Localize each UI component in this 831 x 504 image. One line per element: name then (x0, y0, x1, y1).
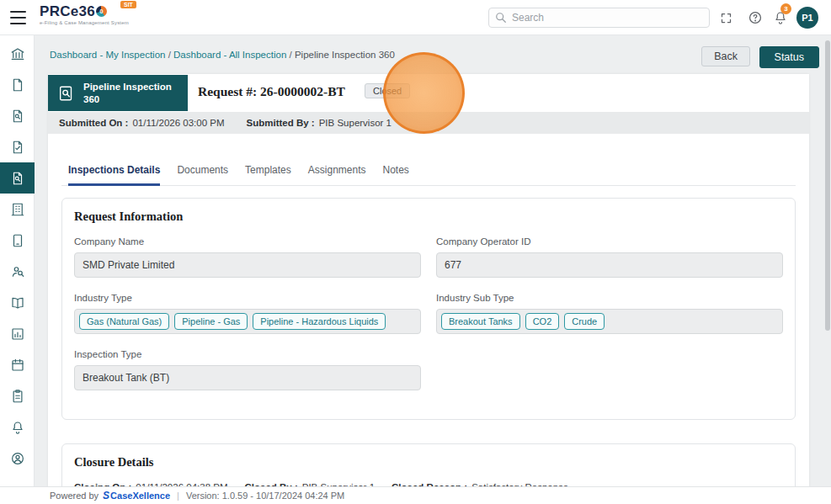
submitted-by-label: Submitted By : (247, 118, 315, 128)
field-industry-type: Industry Type Gas (Natural Gas) Pipeline… (74, 293, 421, 334)
field-company-operator-id: Company Operator ID (436, 236, 783, 278)
casexellence-logo-icon: S (103, 490, 109, 501)
logo-globe-icon: 0 (96, 6, 107, 17)
submitted-on-value: 01/11/2026 03:00 PM (132, 118, 224, 128)
sidebar-item-clipboard[interactable] (0, 380, 35, 411)
document-search-icon (10, 109, 25, 124)
powered-by-label: Powered by (50, 491, 99, 501)
industry-type-chip: Pipeline - Gas (174, 313, 248, 330)
field-inspection-type: Inspection Type (74, 349, 421, 390)
sidebar-item-alerts[interactable] (0, 411, 35, 443)
sidebar-item-pipeline-inspection[interactable] (0, 162, 35, 194)
tab-notes[interactable]: Notes (382, 164, 408, 186)
breadcrumb-row: Dashboard - My Inspection / Dashboard - … (35, 35, 831, 74)
module-badge-line2: 360 (83, 93, 172, 106)
hamburger-menu-icon[interactable] (10, 11, 26, 24)
breadcrumb-separator: / (290, 50, 292, 60)
module-badge: Pipeline Inspection 360 (48, 75, 188, 111)
building-icon (10, 202, 25, 217)
industry-sub-type-chip: Crude (564, 313, 605, 330)
version-text: Version: 1.0.59 - 10/17/2024 04:24 PM (186, 491, 344, 501)
footer: Powered by S CaseXellence | Version: 1.0… (0, 486, 831, 504)
footer-separator: | (177, 491, 179, 501)
sidebar-item-calendar[interactable] (0, 349, 35, 380)
sidebar-item-book[interactable] (0, 287, 35, 318)
sidebar-item-profile[interactable] (0, 443, 35, 474)
module-badge-line1: Pipeline Inspection (83, 81, 172, 93)
submitted-on-label: Submitted On : (59, 118, 128, 128)
logo-text: PRCe36 (40, 4, 95, 19)
sidebar-item-document-check[interactable] (0, 131, 35, 162)
breadcrumb-all-inspection[interactable]: Dashboard - All Inspection (173, 50, 286, 60)
help-icon[interactable] (748, 10, 763, 25)
tab-inspections-details[interactable]: Inspections Details (68, 164, 160, 186)
calendar-icon (10, 358, 25, 373)
request-title: Request #: 26-0000002-BT (198, 84, 345, 99)
breadcrumb-separator: / (168, 50, 171, 60)
sidebar-item-building[interactable] (0, 194, 35, 225)
industry-sub-type-field: Breakout Tanks CO2 Crude (436, 309, 783, 334)
inspection-type-label: Inspection Type (74, 349, 421, 359)
casexellence-logo[interactable]: S CaseXellence (103, 490, 170, 501)
company-name-input[interactable] (74, 252, 421, 278)
closure-details-card: Closure Details Closing On : 01/11/2026 … (61, 443, 796, 486)
industry-type-chip: Gas (Natural Gas) (79, 313, 169, 330)
industry-type-label: Industry Type (74, 293, 421, 303)
bank-icon (10, 46, 25, 61)
casexellence-brand-text: CaseXellence (110, 491, 170, 501)
status-button[interactable]: Status (759, 46, 819, 68)
clipboard-icon (10, 389, 25, 404)
tab-bar: Inspections Details Documents Templates … (61, 164, 796, 186)
field-industry-sub-type: Industry Sub Type Breakout Tanks CO2 Cru… (436, 293, 783, 334)
document-search-icon (57, 84, 76, 103)
logo-tagline: e-Filing & Case Management System (40, 20, 129, 25)
industry-type-chip: Pipeline - Hazardous Liquids (253, 313, 386, 330)
tab-assignments[interactable]: Assignments (308, 164, 366, 186)
top-bar: PRCe360 e-Filing & Case Management Syste… (0, 0, 831, 35)
breadcrumb-current: Pipeline Inspection 360 (295, 50, 395, 60)
closure-details-title: Closure Details (74, 455, 783, 470)
global-search (488, 8, 710, 28)
sidebar-item-bank[interactable] (0, 38, 35, 69)
industry-sub-type-label: Industry Sub Type (436, 293, 783, 303)
app-logo: PRCe360 e-Filing & Case Management Syste… (40, 4, 129, 25)
industry-sub-type-chip: CO2 (525, 313, 560, 330)
company-operator-id-input[interactable] (436, 252, 783, 278)
fullscreen-icon[interactable] (720, 12, 732, 24)
sidebar-item-tablet[interactable] (0, 225, 35, 256)
field-company-name: Company Name (74, 236, 421, 278)
back-button[interactable]: Back (701, 46, 750, 66)
pipeline-inspection-icon (10, 171, 25, 186)
scrollbar-thumb[interactable] (825, 40, 830, 331)
sidebar (0, 35, 35, 486)
sidebar-item-documents[interactable] (0, 69, 35, 100)
submitted-bar: Submitted On : 01/11/2026 03:00 PM Submi… (48, 112, 809, 134)
tab-documents[interactable]: Documents (177, 164, 228, 186)
breadcrumb-my-inspection[interactable]: Dashboard - My Inspection (50, 50, 165, 60)
search-icon (495, 12, 507, 24)
request-information-card: Request Information Company Name Company… (61, 198, 796, 420)
sidebar-item-document-search[interactable] (0, 100, 35, 131)
inspection-type-input[interactable] (74, 365, 421, 390)
tablet-icon (10, 233, 25, 248)
request-label: Request #: (198, 84, 257, 98)
status-badge: Closed (365, 83, 410, 98)
document-icon (10, 77, 25, 93)
breadcrumb: Dashboard - My Inspection / Dashboard - … (50, 50, 395, 60)
search-input[interactable] (488, 8, 710, 28)
company-name-label: Company Name (74, 236, 421, 247)
user-avatar[interactable]: P1 (796, 7, 818, 29)
environment-badge: SIT (120, 1, 136, 8)
tab-templates[interactable]: Templates (245, 164, 291, 186)
industry-type-field: Gas (Natural Gas) Pipeline - Gas Pipelin… (74, 309, 421, 334)
request-information-title: Request Information (74, 210, 783, 224)
title-row: Pipeline Inspection 360 Request #: 26-00… (48, 74, 809, 112)
submitted-by-value: PIB Supervisor 1 (319, 118, 392, 128)
bell-icon (10, 420, 25, 435)
user-search-icon (10, 264, 25, 279)
user-icon (10, 451, 25, 466)
sidebar-item-user-search[interactable] (0, 256, 35, 287)
main-content: Dashboard - My Inspection / Dashboard - … (35, 35, 831, 486)
sidebar-item-chart[interactable] (0, 318, 35, 349)
company-operator-id-label: Company Operator ID (436, 236, 783, 247)
